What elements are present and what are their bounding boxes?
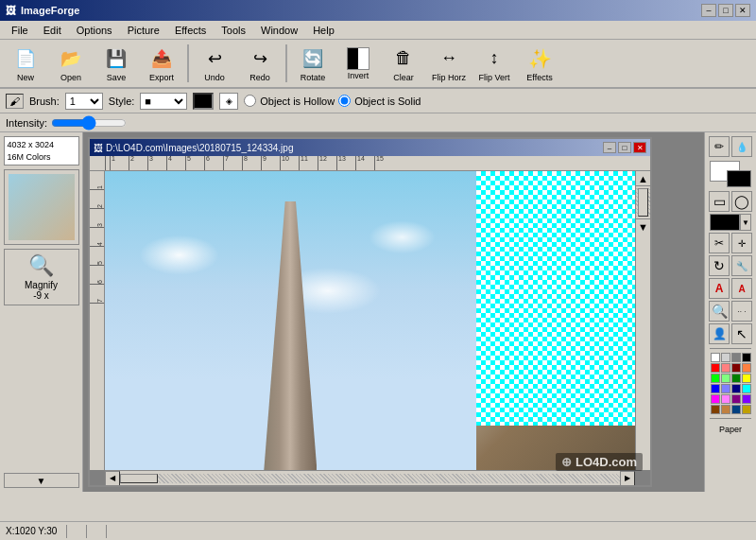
style-select[interactable]: ■ <box>140 93 187 110</box>
scroll-down-btn[interactable]: ▼ <box>636 218 650 234</box>
palette-navy[interactable] <box>731 405 741 414</box>
watermark: ⊕ LO4D.com <box>556 455 643 469</box>
intensity-bar: Intensity: <box>0 113 756 132</box>
scrollbar-right[interactable]: ▲ ▼ <box>635 171 650 470</box>
object-solid-radio[interactable] <box>338 95 351 107</box>
intensity-slider[interactable] <box>51 116 127 130</box>
clear-button[interactable]: 🗑 Clear <box>382 42 425 85</box>
palette-lightgray[interactable] <box>721 353 730 362</box>
new-button[interactable]: 📄 New <box>4 42 47 85</box>
scissors-tool[interactable]: ✂ <box>709 233 730 253</box>
scroll-up-btn[interactable]: ▲ <box>636 171 650 186</box>
open-button[interactable]: 📂 Open <box>49 42 93 85</box>
palette-gray[interactable] <box>731 353 741 362</box>
image-viewport <box>105 171 635 470</box>
palette-violet[interactable] <box>742 394 751 404</box>
ruler-v-tick: 3 <box>90 209 104 228</box>
palette-darkblue[interactable] <box>731 384 741 393</box>
hollow-label[interactable]: Object is Hollow <box>260 96 335 107</box>
scroll-thumb-h[interactable] <box>120 474 158 483</box>
palette-green[interactable] <box>711 374 720 383</box>
rotate-icon: 🔄 <box>300 45 326 72</box>
effects-button[interactable]: ✨ Effects <box>518 42 561 85</box>
scrollbar-bottom[interactable]: ◀ ▶ <box>105 470 635 485</box>
image-maximize-btn[interactable]: □ <box>618 142 631 153</box>
move-tool[interactable]: ✛ <box>731 233 752 253</box>
palette-purple[interactable] <box>731 394 741 404</box>
maximize-button[interactable]: □ <box>718 4 733 17</box>
solid-label[interactable]: Object is Solid <box>354 96 421 107</box>
undo-button[interactable]: ↩ Undo <box>193 42 236 85</box>
close-button[interactable]: ✕ <box>735 4 750 17</box>
palette-pink[interactable] <box>721 363 730 373</box>
menu-window[interactable]: Window <box>253 23 305 38</box>
text-tool[interactable]: A <box>709 278 730 299</box>
palette-brown[interactable] <box>711 405 720 414</box>
export-label: Export <box>149 73 174 82</box>
palette-cyan[interactable] <box>742 384 751 393</box>
scroll-thumb-v[interactable] <box>638 188 648 217</box>
palette-magenta[interactable] <box>711 394 720 404</box>
flip-vert-button[interactable]: ↕ Flip Vert <box>472 42 516 85</box>
color-swatch[interactable] <box>193 93 214 110</box>
scroll-down-btn[interactable]: ▼ <box>4 473 79 488</box>
transform-tool[interactable]: 🔧 <box>731 255 752 276</box>
rotate-button[interactable]: 🔄 Rotate <box>291 42 335 85</box>
invert-button[interactable]: Invert <box>336 42 380 85</box>
palette-lightmagenta[interactable] <box>721 394 730 404</box>
save-button[interactable]: 💾 Save <box>94 42 138 85</box>
ruler-ticks: 1 2 3 4 5 6 7 8 9 10 11 12 13 14 <box>105 156 393 170</box>
menu-file[interactable]: File <box>4 23 36 38</box>
menu-effects[interactable]: Effects <box>167 23 214 38</box>
color-dropdown-btn[interactable]: ▼ <box>740 214 751 231</box>
color-palette <box>711 353 751 414</box>
palette-darkgreen[interactable] <box>731 374 741 383</box>
image-window-controls[interactable]: – □ ✕ <box>603 142 646 153</box>
bg-color[interactable] <box>727 170 751 187</box>
ruler-v-tick: 7 <box>90 285 104 304</box>
palette-gold[interactable] <box>742 405 751 414</box>
text2-tool[interactable]: A <box>731 278 752 299</box>
object-hollow-radio[interactable] <box>244 95 256 107</box>
image-colors: 16M Colors <box>8 151 76 164</box>
export-button[interactable]: 📤 Export <box>140 42 183 85</box>
eyedropper-tool[interactable]: 💧 <box>731 136 752 157</box>
toolbar: 📄 New 📂 Open 💾 Save 📤 Export ↩ Undo ↪ Re… <box>0 40 756 89</box>
rotate-tool[interactable]: ↻ <box>709 255 730 276</box>
palette-lightblue[interactable] <box>721 384 730 393</box>
image-minimize-btn[interactable]: – <box>603 142 616 153</box>
palette-blue[interactable] <box>711 384 720 393</box>
spray-tool[interactable]: ·· · <box>731 301 752 322</box>
rect-tool[interactable]: ▭ <box>709 191 730 212</box>
zoom-tool[interactable]: 🔍 <box>709 301 730 322</box>
ellipse-tool[interactable]: ◯ <box>731 191 752 212</box>
flip-horz-button[interactable]: ↔ Flip Horz <box>427 42 471 85</box>
palette-red[interactable] <box>711 363 720 373</box>
palette-orange[interactable] <box>742 363 751 373</box>
arrow-tool[interactable]: ↖ <box>731 323 752 344</box>
menu-help[interactable]: Help <box>305 23 342 38</box>
scroll-left-btn[interactable]: ◀ <box>105 471 120 486</box>
scroll-right-btn[interactable]: ▶ <box>620 471 635 486</box>
palette-yellow[interactable] <box>742 374 751 383</box>
title-bar-controls[interactable]: – □ ✕ <box>701 4 750 17</box>
palette-black[interactable] <box>742 353 751 362</box>
menu-picture[interactable]: Picture <box>120 23 167 38</box>
menu-edit[interactable]: Edit <box>36 23 69 38</box>
image-close-btn[interactable]: ✕ <box>633 142 646 153</box>
palette-tan[interactable] <box>721 405 730 414</box>
invert-label: Invert <box>348 71 369 80</box>
menu-options[interactable]: Options <box>69 23 120 38</box>
pencil-tool[interactable]: ✏ <box>709 136 730 157</box>
minimize-button[interactable]: – <box>701 4 716 17</box>
image-title: D:\LO4D.com\Images\20180715_124334.jpg <box>106 143 293 153</box>
brush-select[interactable]: 1235 <box>65 93 103 110</box>
menu-tools[interactable]: Tools <box>214 23 253 38</box>
color-picker-btn[interactable]: ◈ <box>219 93 238 110</box>
redo-button[interactable]: ↪ Redo <box>238 42 282 85</box>
portrait-tool[interactable]: 👤 <box>709 323 730 344</box>
palette-darkred[interactable] <box>731 363 741 373</box>
palette-lightgreen[interactable] <box>721 374 730 383</box>
selected-color[interactable] <box>710 214 740 231</box>
palette-white[interactable] <box>711 353 720 362</box>
